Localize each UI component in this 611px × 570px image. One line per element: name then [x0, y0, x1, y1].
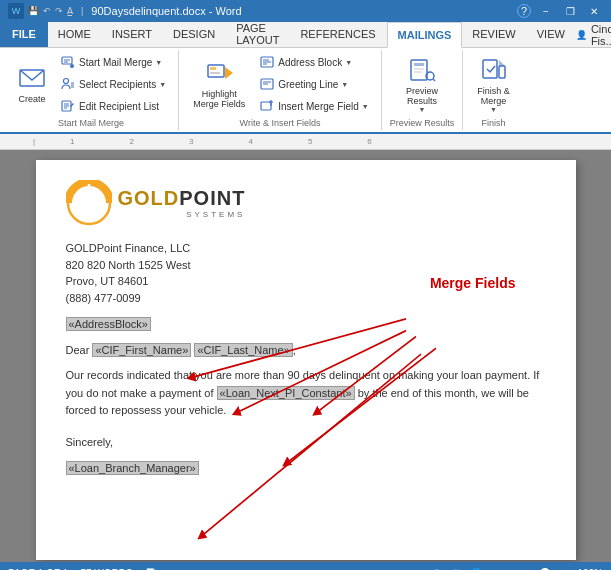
cif-first-name-tag: «CIF_First_Name» [92, 343, 191, 357]
insert-fields-col: Address Block ▼ Greeting Line ▼ [255, 52, 373, 116]
tab-view[interactable]: VIEW [527, 21, 576, 47]
logo-systems-text: SYSTEMS [118, 210, 246, 219]
tab-insert[interactable]: INSERT [102, 21, 163, 47]
loan-next-pi-tag: «Loan_Next_PI_Constant» [217, 386, 355, 400]
loan-branch-manager-tag: «Loan_Branch_Manager» [66, 461, 199, 475]
svg-marker-16 [225, 67, 233, 79]
greeting-line-label: Greeting Line [278, 79, 338, 90]
insert-merge-field-button[interactable]: Insert Merge Field ▼ [255, 96, 373, 116]
finish-dropdown: ▼ [490, 106, 497, 113]
start-mail-merge-group-label: Start Mail Merge [58, 116, 124, 128]
word-icon: W [8, 3, 24, 19]
svg-point-4 [70, 64, 74, 68]
closing-text: Sincerely, [66, 434, 546, 452]
select-recipients-icon [60, 76, 76, 92]
company-name: GOLDPoint Finance, LLC [66, 240, 546, 257]
svg-line-32 [433, 79, 435, 81]
address-block-label: Address Block [278, 57, 342, 68]
finish-group-label: Finish [482, 116, 506, 128]
dropdown-arrow3: ▼ [345, 59, 352, 66]
highlight-merge-fields-button[interactable]: HighlightMerge Fields [187, 56, 251, 112]
help-button[interactable]: ? [517, 4, 531, 18]
highlight-icon [205, 59, 233, 87]
logo-area: GOLDPOINT SYSTEMS [66, 180, 546, 226]
insert-merge-field-icon [259, 98, 275, 114]
edit-recipient-list-button[interactable]: Edit Recipient List [56, 96, 170, 116]
tab-review[interactable]: REVIEW [462, 21, 526, 47]
company-info: GOLDPoint Finance, LLC 820 820 North 152… [66, 240, 546, 306]
dropdown-arrow4: ▼ [341, 81, 348, 88]
tab-mailings[interactable]: MAILINGS [387, 22, 463, 48]
dropdown-arrow: ▼ [155, 59, 162, 66]
create-button[interactable]: Create [12, 61, 52, 107]
svg-rect-13 [208, 65, 224, 77]
write-insert-content: HighlightMerge Fields Address Block ▼ [187, 52, 373, 116]
ribbon-group-write-insert: HighlightMerge Fields Address Block ▼ [179, 50, 382, 130]
tab-home[interactable]: HOME [48, 21, 102, 47]
company-phone: (888) 477-0099 [66, 290, 546, 307]
start-merge-col: Start Mail Merge ▼ Select Recipients [56, 52, 170, 116]
write-insert-group-label: Write & Insert Fields [240, 116, 321, 128]
user-profile[interactable]: 👤 Cindy Fis... ▼ [576, 23, 611, 47]
address-block-tag: «AddressBlock» [66, 317, 152, 331]
tab-references[interactable]: REFERENCES [290, 21, 386, 47]
edit-recipient-icon [60, 98, 76, 114]
select-recipients-label: Select Recipients [79, 79, 156, 90]
create-label: Create [18, 94, 45, 104]
document-title: 90Daysdelinquent.docx - Word [91, 5, 241, 17]
svg-rect-28 [414, 63, 424, 66]
merge-fields-label: Merge Fields [430, 275, 516, 291]
logo-text: GOLDPOINT SYSTEMS [118, 187, 246, 219]
ribbon-group-preview: PreviewResults ▼ Preview Results [382, 50, 464, 130]
edit-recipient-label: Edit Recipient List [79, 101, 159, 112]
greeting-line-button[interactable]: Greeting Line ▼ [255, 74, 373, 94]
document-page: GOLDPOINT SYSTEMS GOLDPoint Finance, LLC… [36, 160, 576, 560]
title-bar: W 💾 ↶ ↷ A̲ | 90Daysdelinquent.docx - Wor… [0, 0, 611, 22]
svg-rect-15 [210, 72, 220, 74]
tab-design[interactable]: DESIGN [163, 21, 226, 47]
logo-gold-text: GOLD [118, 187, 180, 209]
svg-point-5 [64, 79, 69, 84]
tab-file[interactable]: FILE [0, 21, 48, 47]
greeting-line-icon [259, 76, 275, 92]
title-bar-right: ? − ❐ ✕ [517, 4, 603, 18]
preview-results-button[interactable]: PreviewResults ▼ [400, 53, 444, 116]
envelope-icon [18, 64, 46, 92]
tab-row: FILE HOME INSERT DESIGN PAGE LAYOUT REFE… [0, 22, 611, 48]
svg-rect-14 [210, 67, 216, 70]
status-bar: PAGE 1 OF 1 57 WORDS 📄 🗓 📖 🌐 − + 100% [0, 562, 611, 570]
cif-last-name-tag: «CIF_Last_Name» [194, 343, 292, 357]
signature-field: «Loan_Branch_Manager» [66, 460, 546, 478]
logo-point-text: POINT [179, 187, 245, 209]
start-mail-merge-button[interactable]: Start Mail Merge ▼ [56, 52, 170, 72]
highlight-label: HighlightMerge Fields [193, 89, 245, 109]
preview-results-label: PreviewResults [406, 86, 438, 106]
preview-group-label: Preview Results [390, 116, 455, 128]
ribbon-group-content: Create Start Mail Merge ▼ [12, 52, 170, 116]
finish-merge-label: Finish &Merge [477, 86, 510, 106]
greeting-line: Dear «CIF_First_Name» «CIF_Last_Name», [66, 342, 546, 360]
goldpoint-logo-icon [66, 180, 112, 226]
svg-rect-34 [499, 66, 505, 78]
svg-rect-24 [261, 102, 271, 110]
ruler: | 1 2 3 4 5 6 [0, 134, 611, 150]
svg-rect-33 [483, 60, 497, 78]
ribbon-group-finish: Finish &Merge ▼ Finish [463, 50, 524, 130]
start-mail-merge-icon [60, 54, 76, 70]
closing: Sincerely, [66, 434, 546, 452]
minimize-button[interactable]: − [537, 4, 555, 18]
finish-content: Finish &Merge ▼ [471, 52, 516, 116]
insert-merge-field-label: Insert Merge Field [278, 101, 359, 112]
close-button[interactable]: ✕ [585, 4, 603, 18]
finish-merge-button[interactable]: Finish &Merge ▼ [471, 53, 516, 116]
restore-button[interactable]: ❐ [561, 4, 579, 18]
document-area[interactable]: GOLDPOINT SYSTEMS GOLDPoint Finance, LLC… [0, 150, 611, 562]
address-block-button[interactable]: Address Block ▼ [255, 52, 373, 72]
start-mail-merge-label: Start Mail Merge [79, 57, 152, 68]
dropdown-arrow2: ▼ [159, 81, 166, 88]
address-block-icon [259, 54, 275, 70]
tab-pagelayout[interactable]: PAGE LAYOUT [226, 21, 290, 47]
preview-results-icon [408, 56, 436, 84]
ribbon-body: Create Start Mail Merge ▼ [0, 48, 611, 134]
select-recipients-button[interactable]: Select Recipients ▼ [56, 74, 170, 94]
